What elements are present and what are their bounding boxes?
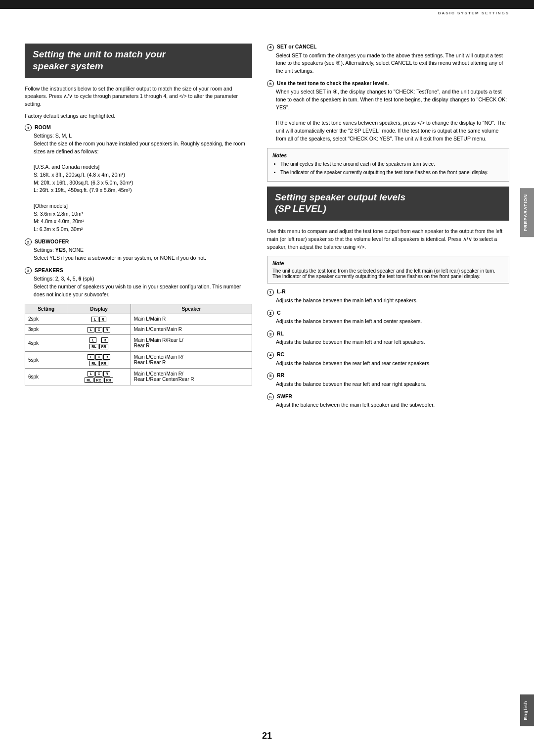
sp-rr-desc: Adjusts the balance between the rear lef… [276,380,509,388]
row-5spk-setting: 5spk [25,351,67,368]
left-section-title-box: Setting the unit to match your speaker s… [25,44,252,78]
row-5spk-speaker: Main L/Center/Main R/Rear L/Rear R [131,351,252,368]
sp-item-rc: 4 RC Adjusts the balance between the rea… [267,351,509,367]
sp-lr-desc: Adjusts the balance between the main lef… [276,297,509,305]
section2-title-box: Setting speaker output levels (SP LEVEL) [267,187,509,221]
sp-item3-header: 3 RL [267,331,509,338]
notes-list: The unit cycles the test tone around eac… [272,160,504,176]
sp-rc-desc: Adjusts the balance between the rear lef… [276,360,509,368]
sub-body: Settings: YES, NONE Select YES if you ha… [34,246,252,262]
sp-item5-header: 5 RR [267,372,509,379]
row-3spk-setting: 3spk [25,324,67,334]
col-display: Display [67,304,131,314]
other-s: S: 3.6m x 2.8m, 10m² [34,210,252,218]
sp-swfr-body: Adjust the balance between the main left… [276,401,509,409]
spk-settings: Settings: 2, 3, 4, 5, 6 (spk) [34,275,252,283]
sub-settings: Settings: YES, NONE [34,246,252,254]
sp-level-note-box: Note The unit outputs the test tone from… [267,256,509,284]
circle-2: 2 [25,238,32,245]
test-tone-body: When you select SET in ④, the display ch… [276,88,509,142]
top-bar [0,0,534,9]
room-title: ROOM [35,124,51,130]
note-item-1: The unit cycles the test tone around eac… [280,160,504,168]
left-section-title: Setting the unit to match your speaker s… [33,48,244,72]
sp-note-text: The unit outputs the test tone from the … [272,268,504,279]
col-setting: Setting [25,304,67,314]
intro-text: Follow the instructions below to set the… [25,85,252,108]
usa-s: S: 16ft. x 3ft., 200sq.ft. (4.8 x 4m, 20… [34,171,252,179]
sp-swfr-title: SWFR [277,393,292,399]
test-tone-title: Use the test tone to check the speaker l… [277,80,389,86]
row-3spk-speaker: Main L/Center/Main R [131,324,252,334]
table-row: 6spk L C R RL RC [25,368,252,385]
table-row: 3spk L C R Main L/Center/Main R [25,324,252,334]
sp-item2-header: 2 C [267,310,509,317]
usa-header: [U.S.A. and Canada models] [34,163,252,171]
circle-5: 5 [267,80,274,87]
row-4spk-display: L R RL RR [67,334,131,351]
other-header: [Other models] [34,202,252,210]
sp-rl-desc: Adjusts the balance between the main lef… [276,338,509,346]
row-2spk-display: L R [67,314,131,324]
usa-m: M: 20ft. x 16ft., 300sq.ft. (6.3 x 5.0m,… [34,179,252,187]
row-6spk-speaker: Main L/Center/Main R/Rear L/Rear Center/… [131,368,252,385]
row-3spk-display: L C R [67,324,131,334]
spk-body: Settings: 2, 3, 4, 5, 6 (spk) Select the… [34,275,252,298]
sp-circle-2: 2 [267,310,274,317]
row-2spk-setting: 2spk [25,314,67,324]
page: BASIC SYSTEM SETTINGS PREPARATION Englis… [0,0,534,756]
item-test-tone: 5 Use the test tone to check the speaker… [267,80,509,143]
sp-circle-4: 4 [267,352,274,359]
english-tab: English [520,695,534,726]
circle-4: 4 [267,44,274,51]
sp-rr-title: RR [277,372,284,378]
item-subwoofer: 2 SUBWOOFER Settings: YES, NONE Select Y… [25,238,252,262]
sp-level-intro: Use this menu to compare and adjust the … [267,228,509,251]
notes-box: Notes The unit cycles the test tone arou… [267,148,509,182]
other-l: L: 6.3m x 5.0m, 30m² [34,226,252,234]
row-5spk-display: L C R RL RR [67,351,131,368]
left-column: Setting the unit to match your speaker s… [25,44,252,414]
row-4spk-setting: 4spk [25,334,67,351]
sp-item-lr: 1 L-R Adjusts the balance between the ma… [267,288,509,304]
sp-c-desc: Adjusts the balance between the main lef… [276,318,509,326]
item-spk-header: 3 SPEAKERS [25,267,252,275]
page-number: 21 [262,731,272,741]
sp-circle-1: 1 [267,289,274,296]
right-column: 4 SET or CANCEL Select SET to confirm th… [267,44,509,414]
factory-note: Factory default settings are highlighted… [25,112,252,120]
sp-rc-body: Adjusts the balance between the rear lef… [276,360,509,368]
room-body: Settings: S, M, L Select the size of the… [34,132,252,234]
item-sub-header: 2 SUBWOOFER [25,238,252,246]
circle-1: 1 [25,124,32,131]
sp-c-body: Adjusts the balance between the main lef… [276,318,509,326]
set-cancel-title: SET or CANCEL [277,44,317,49]
test-tone-desc: When you select SET in ④, the display ch… [276,88,509,111]
sp-rc-title: RC [277,351,284,357]
sp-swfr-desc: Adjust the balance between the main left… [276,401,509,409]
sp-item6-header: 6 SWFR [267,393,509,401]
sp-circle-5: 5 [267,373,274,379]
header-label: BASIC SYSTEM SETTINGS [438,11,509,15]
room-settings: Settings: S, M, L [34,132,252,140]
spk-title: SPEAKERS [35,267,63,273]
table-row: 2spk L R Main L/Main R [25,314,252,324]
sp-rl-body: Adjusts the balance between the main lef… [276,338,509,346]
sub-desc: Select YES if you have a subwoofer in yo… [34,254,252,262]
sp-circle-6: 6 [267,393,274,400]
room-desc: Select the size of the room you have ins… [34,140,252,156]
item-room-header: 1 ROOM [25,124,252,132]
sp-item-rr: 5 RR Adjusts the balance between the rea… [267,372,509,388]
sp-lr-body: Adjusts the balance between the main lef… [276,297,509,305]
item-room: 1 ROOM Settings: S, M, L Select the size… [25,124,252,234]
row-6spk-display: L C R RL RC RR [67,368,131,385]
sub-title: SUBWOOFER [35,238,69,244]
sp-circle-3: 3 [267,331,274,337]
speaker-table: Setting Display Speaker 2spk L R [25,304,252,385]
item4-header: 4 SET or CANCEL [267,44,509,51]
circle-3: 3 [25,267,32,274]
preparation-tab: PREPARATION [520,188,534,237]
sp-c-title: C [277,310,281,316]
sp-note-title: Note [272,260,504,266]
row-6spk-setting: 6spk [25,368,67,385]
